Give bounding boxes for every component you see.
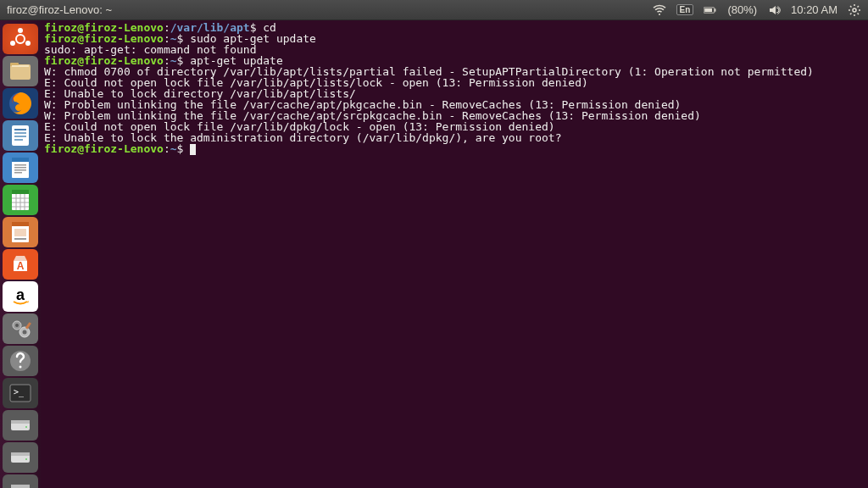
- svg-rect-1: [715, 8, 716, 11]
- firefox-icon[interactable]: [3, 88, 38, 119]
- battery-icon[interactable]: [704, 3, 717, 17]
- svg-rect-54: [11, 485, 30, 488]
- svg-rect-51: [11, 452, 30, 456]
- settings-icon[interactable]: [3, 313, 38, 344]
- svg-point-49: [25, 426, 27, 428]
- svg-rect-22: [14, 172, 22, 174]
- drive2-icon[interactable]: [3, 442, 38, 473]
- svg-point-5: [18, 28, 23, 33]
- impress-icon[interactable]: [3, 217, 38, 247]
- svg-rect-10: [12, 65, 29, 67]
- cursor: [190, 144, 196, 155]
- software-icon[interactable]: A: [3, 249, 38, 280]
- svg-point-52: [25, 458, 27, 460]
- writer-icon[interactable]: [3, 152, 38, 183]
- language-indicator[interactable]: En: [676, 4, 694, 15]
- svg-text:>_: >_: [14, 387, 25, 397]
- svg-rect-18: [12, 158, 29, 162]
- volume-icon[interactable]: [767, 3, 781, 17]
- svg-rect-20: [14, 167, 26, 169]
- calc-icon[interactable]: [3, 185, 38, 215]
- svg-point-41: [23, 330, 27, 335]
- gear-icon[interactable]: [848, 3, 861, 17]
- svg-rect-16: [14, 139, 23, 141]
- terminal-window[interactable]: firoz@firoz-Lenovo:/var/lib/apt$ cdfiroz…: [41, 20, 868, 488]
- window-title: firoz@firoz-Lenovo: ~: [7, 3, 112, 16]
- svg-point-7: [25, 41, 31, 46]
- clock[interactable]: 10:20 AM: [791, 3, 837, 16]
- svg-point-39: [15, 324, 19, 327]
- svg-rect-13: [14, 129, 26, 130]
- document-icon[interactable]: [3, 120, 38, 151]
- terminal-line: firoz@firoz-Lenovo:~$: [44, 143, 865, 155]
- drive1-icon[interactable]: [3, 410, 38, 441]
- svg-rect-15: [14, 136, 26, 137]
- svg-rect-32: [12, 222, 29, 226]
- svg-point-4: [16, 35, 25, 43]
- top-menubar: firoz@firoz-Lenovo: ~ En (80%) 10:20 AM: [0, 0, 868, 20]
- svg-point-3: [853, 8, 856, 12]
- svg-rect-24: [12, 190, 29, 194]
- unity-launcher: A a >_: [0, 20, 41, 488]
- wifi-icon[interactable]: [653, 3, 666, 17]
- svg-rect-48: [11, 420, 30, 424]
- svg-rect-19: [14, 164, 26, 166]
- files-icon[interactable]: [3, 56, 38, 86]
- drive3-icon[interactable]: [3, 474, 38, 488]
- amazon-icon[interactable]: a: [3, 281, 38, 312]
- svg-rect-33: [14, 229, 26, 236]
- svg-rect-34: [14, 238, 26, 240]
- indicator-area: En (80%) 10:20 AM: [653, 3, 861, 17]
- terminal-icon[interactable]: >_: [3, 378, 38, 408]
- dash-icon[interactable]: [3, 24, 38, 54]
- anjuta-icon[interactable]: [3, 346, 38, 376]
- svg-rect-14: [14, 132, 26, 134]
- svg-point-6: [10, 41, 15, 46]
- svg-rect-42: [25, 322, 31, 329]
- battery-percent: (80%): [727, 3, 757, 16]
- svg-rect-21: [14, 169, 26, 171]
- svg-rect-2: [705, 8, 713, 12]
- svg-text:a: a: [16, 286, 25, 303]
- svg-text:A: A: [17, 260, 25, 272]
- svg-point-44: [19, 366, 22, 369]
